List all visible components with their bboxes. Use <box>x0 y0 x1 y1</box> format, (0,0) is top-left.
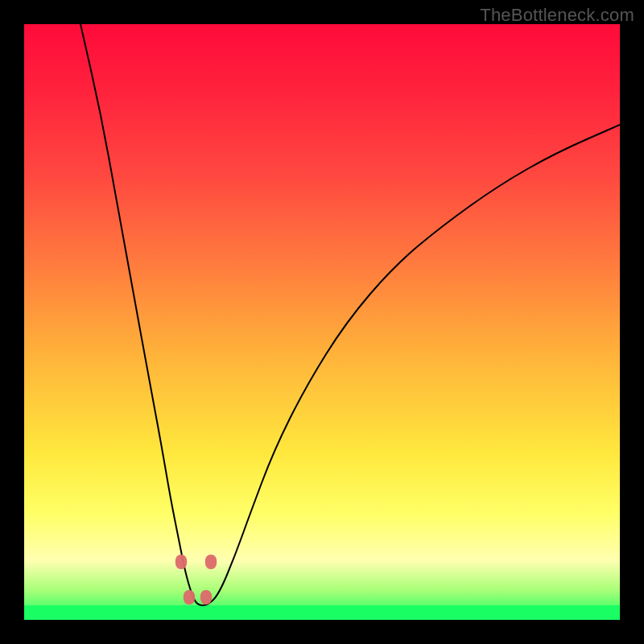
watermark-text: TheBottleneck.com <box>480 5 634 26</box>
plot-area <box>24 24 620 620</box>
bottleneck-curve <box>80 24 620 605</box>
curve-layer <box>24 24 620 620</box>
curve-marker <box>200 590 212 605</box>
curve-marker <box>175 555 187 569</box>
chart-frame: TheBottleneck.com <box>0 0 644 644</box>
curve-marker <box>205 555 217 569</box>
curve-markers <box>175 555 217 605</box>
curve-marker <box>184 590 195 605</box>
